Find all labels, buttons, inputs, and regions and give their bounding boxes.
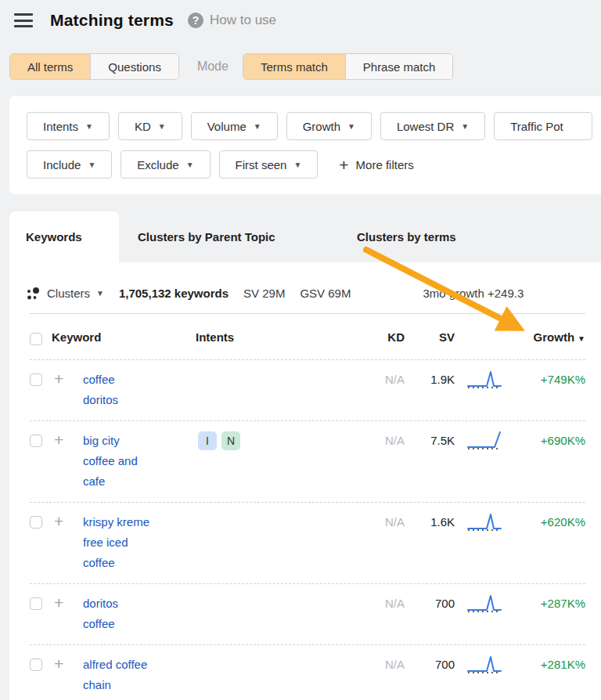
volume-sparkline [455,655,502,677]
column-header-sv[interactable]: SV [405,330,455,344]
page-title: Matching terms [50,11,174,30]
chevron-down-icon: ▼ [85,122,93,131]
table-row: + coffeedoritos N/A 1.9K +749K% [30,360,585,421]
phrase-match-button[interactable]: Phrase match [345,54,453,79]
row-checkbox[interactable] [30,597,42,610]
sv-value: 700 [405,594,455,614]
chevron-down-icon: ▼ [347,122,355,131]
chevron-down-icon: ▼ [293,161,301,169]
add-to-list-icon[interactable]: + [42,655,83,673]
global-search-volume-stat: GSV 69M [300,287,351,300]
table-row: + alfred coffeechain N/A 700 +281K% [30,645,585,700]
select-all-checkbox[interactable] [30,333,42,345]
help-label: How to use [210,13,276,28]
tab-clusters-by-parent-topic[interactable]: Clusters by Parent Topic [138,211,275,262]
terms-match-button[interactable]: Terms match [243,54,345,79]
table-row: + big citycoffee andcafe IN N/A 7.5K +69… [30,421,585,503]
all-terms-button[interactable]: All terms [10,54,90,79]
sort-desc-icon: ▼ [578,334,585,343]
table-body: + coffeedoritos N/A 1.9K +749K% + big ci… [9,360,601,700]
table-header: Keyword Intents KD SV Growth▼ [30,313,585,360]
questions-button[interactable]: Questions [90,54,178,79]
filter-volume[interactable]: Volume▼ [191,112,278,140]
kd-value: N/A [358,655,405,675]
kd-value: N/A [358,594,405,614]
clusters-dropdown[interactable]: Clusters ▼ [26,287,104,301]
intent-badge-n: N [221,431,240,450]
intent-badges: IN [196,431,358,450]
tab-keywords[interactable]: Keywords [26,211,82,262]
column-header-growth[interactable]: Growth▼ [502,330,585,344]
growth-value: +620K% [502,512,585,532]
kd-value: N/A [358,370,405,390]
menu-icon[interactable] [14,13,33,27]
search-volume-stat: SV 29M [243,287,285,300]
row-checkbox[interactable] [30,516,42,529]
stats-bar: Clusters ▼ 1,705,132 keywords SV 29M GSV… [9,262,601,313]
filter-include[interactable]: Include▼ [27,150,112,179]
chevron-down-icon: ▼ [88,161,95,169]
results-panel: Clusters ▼ 1,705,132 keywords SV 29M GSV… [9,262,601,700]
volume-sparkline [455,370,502,392]
chevron-down-icon: ▼ [158,122,166,131]
growth-value: +749K% [502,370,585,390]
sv-value: 7.5K [405,431,455,451]
chevron-down-icon: ▼ [96,289,104,298]
column-header-keyword[interactable]: Keyword [42,330,196,344]
filter-intents[interactable]: Intents▼ [27,112,110,140]
row-checkbox[interactable] [30,373,42,386]
add-to-list-icon[interactable]: + [42,512,83,531]
volume-sparkline [455,512,502,535]
kd-value: N/A [358,431,405,451]
growth-value: +281K% [502,655,585,675]
volume-sparkline [455,431,502,453]
filter-growth[interactable]: Growth▼ [286,112,372,140]
volume-sparkline [455,594,502,616]
table-row: + krispy kremefree icedcoffee N/A 1.6K +… [30,503,585,584]
sv-value: 700 [405,655,455,675]
column-header-intents[interactable]: Intents [196,330,358,344]
how-to-use[interactable]: ? How to use [188,13,276,28]
chevron-down-icon: ▼ [186,161,194,169]
keyword-link[interactable]: alfred coffeechain [83,655,196,695]
toolbar: All terms Questions Mode Terms match Phr… [9,53,453,80]
filter-kd[interactable]: KD▼ [118,112,182,140]
filter-traffic-potential[interactable]: Traffic Pot [494,112,592,140]
keyword-link[interactable]: krispy kremefree icedcoffee [83,512,196,573]
sv-value: 1.6K [405,512,455,532]
add-to-list-icon[interactable]: + [42,594,83,612]
term-type-toggle: All terms Questions [9,53,179,80]
keyword-link[interactable]: doritoscoffee [83,594,196,634]
result-tabs: Keywords Clusters by Parent Topic Cluste… [0,211,601,262]
help-icon[interactable]: ? [188,13,203,28]
kd-value: N/A [358,512,405,532]
table-row: + doritoscoffee N/A 700 +287K% [30,584,585,645]
sv-value: 1.9K [405,370,455,390]
chevron-down-icon: ▼ [461,122,469,131]
filter-first-seen[interactable]: First seen▼ [219,150,318,179]
intent-badge-i: I [198,431,217,450]
growth-value: +690K% [502,431,585,451]
growth-3mo-stat: 3mo growth +249.3 [423,287,524,300]
more-filters-button[interactable]: + More filters [339,157,413,173]
page-header: Matching terms ? How to use [14,11,276,30]
chevron-down-icon: ▼ [254,122,261,131]
row-checkbox[interactable] [30,435,42,447]
filter-lowest-dr[interactable]: Lowest DR▼ [380,112,485,140]
keyword-link[interactable]: coffeedoritos [83,370,196,410]
filter-row-2: Include▼ Exclude▼ First seen▼ + More fil… [27,150,601,179]
add-to-list-icon[interactable]: + [42,370,83,388]
mode-label: Mode [197,60,229,74]
row-checkbox[interactable] [30,659,42,671]
clusters-icon [26,287,40,301]
column-header-kd[interactable]: KD [358,330,405,344]
match-mode-toggle: Terms match Phrase match [243,53,453,80]
growth-value: +287K% [502,594,585,614]
filter-exclude[interactable]: Exclude▼ [121,150,210,179]
keyword-link[interactable]: big citycoffee andcafe [83,431,196,492]
keywords-count: 1,705,132 keywords [119,287,229,300]
tab-clusters-by-terms[interactable]: Clusters by terms [357,211,456,262]
add-to-list-icon[interactable]: + [42,431,83,449]
plus-icon: + [339,157,348,173]
filter-row-1: Intents▼ KD▼ Volume▼ Growth▼ Lowest DR▼ … [27,112,601,140]
